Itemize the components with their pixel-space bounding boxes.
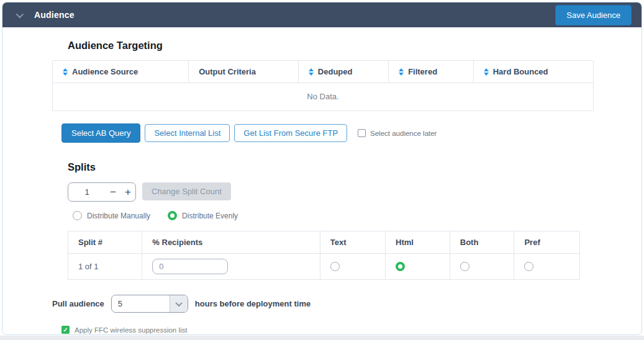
decrement-button[interactable]: − (106, 187, 120, 197)
panel-header: Audience Save Audience (2, 2, 642, 27)
split-number-cell: 1 of 1 (68, 254, 142, 279)
splits-table-header: Split # % Recipients Text Html Both Pref (68, 231, 579, 254)
audience-targeting-table: Audience Source Output Criteria Deduped … (52, 60, 594, 111)
split-count-row: 1 − + Change Split Count (68, 182, 592, 202)
next-section-edge (0, 336, 644, 340)
column-header-recipients: % Recipients (142, 231, 320, 253)
column-header-text: Text (320, 231, 386, 253)
pull-audience-label: Pull audience (52, 299, 104, 308)
split-count-stepper: 1 − + (68, 182, 136, 202)
column-header-output-criteria: Output Criteria (189, 61, 299, 83)
radio-label: Distribute Evenly (182, 212, 238, 220)
radio-icon[interactable] (73, 211, 82, 220)
splits-table-row: 1 of 1 (68, 254, 579, 279)
change-split-count-button[interactable]: Change Split Count (142, 182, 231, 200)
format-pref-cell (514, 254, 579, 279)
radio-icon-checked[interactable] (168, 211, 177, 220)
pull-audience-hours-select[interactable]: 5 (111, 295, 188, 313)
page: Audience Save Audience Audience Targetin… (0, 0, 644, 340)
select-audience-later-checkbox[interactable] (358, 129, 366, 137)
table-header-row: Audience Source Output Criteria Deduped … (53, 61, 593, 83)
pref-format-radio[interactable] (524, 262, 533, 271)
sort-icon[interactable] (309, 68, 314, 76)
format-html-cell (386, 254, 450, 279)
sort-icon[interactable] (484, 68, 489, 76)
column-header-split-number: Split # (68, 231, 142, 253)
select-caret-box[interactable] (170, 295, 188, 312)
format-text-cell (320, 254, 386, 279)
chevron-down-icon (175, 299, 182, 306)
selected-hours-value: 5 (112, 299, 170, 308)
increment-button[interactable]: + (120, 187, 135, 197)
distribute-evenly-option[interactable]: Distribute Evenly (168, 211, 238, 220)
column-header-both: Both (450, 231, 515, 253)
format-both-cell (450, 254, 515, 279)
splits-table: Split # % Recipients Text Html Both Pref… (68, 231, 580, 280)
html-format-radio-checked[interactable] (396, 262, 405, 271)
column-header-html: Html (386, 231, 450, 253)
column-label: Deduped (318, 67, 353, 76)
recipients-cell (142, 254, 320, 279)
audience-panel: Audience Save Audience Audience Targetin… (2, 2, 642, 335)
ffc-wireless-suppression-option: ✓ Apply FFC wireless suppression list (61, 326, 592, 334)
audience-actions-row: Select AB Query Select Internal List Get… (61, 123, 592, 143)
sort-icon[interactable] (399, 68, 404, 76)
panel-title: Audience (34, 10, 75, 20)
column-header-filtered[interactable]: Filtered (389, 61, 474, 83)
text-format-radio[interactable] (330, 262, 340, 271)
table-empty-message: No Data. (53, 83, 593, 110)
column-header-deduped[interactable]: Deduped (299, 61, 389, 83)
splits-heading: Splits (68, 161, 592, 173)
suppression-options: ✓ Apply FFC wireless suppression list ✓ … (61, 326, 592, 335)
column-label: Hard Bounced (493, 67, 548, 76)
split-count-value[interactable]: 1 (68, 187, 106, 197)
hours-before-deployment-label: hours before deployment time (195, 299, 311, 308)
column-header-hard-bounced[interactable]: Hard Bounced (474, 61, 593, 83)
ffc-suppression-checkbox-checked[interactable]: ✓ (61, 326, 70, 334)
column-label: Audience Source (72, 67, 138, 76)
get-list-secure-ftp-button[interactable]: Get List From Secure FTP (234, 124, 347, 142)
audience-targeting-heading: Audience Targeting (68, 40, 592, 51)
both-format-radio[interactable] (460, 262, 469, 271)
sort-icon[interactable] (63, 68, 68, 76)
distribute-manually-option[interactable]: Distribute Manually (73, 211, 150, 220)
select-internal-list-button[interactable]: Select Internal List (145, 124, 230, 142)
option-label: Apply FFC wireless suppression list (75, 326, 188, 334)
radio-label: Distribute Manually (87, 212, 150, 220)
recipients-percent-input[interactable] (152, 259, 228, 274)
distribution-radio-group: Distribute Manually Distribute Evenly (73, 211, 592, 220)
select-audience-later-label: Select audience later (370, 130, 437, 137)
pull-audience-row: Pull audience 5 hours before deployment … (52, 295, 592, 313)
panel-body: Audience Targeting Audience Source Outpu… (2, 27, 642, 335)
select-ab-query-button[interactable]: Select AB Query (61, 123, 140, 143)
save-audience-button[interactable]: Save Audience (555, 5, 632, 25)
column-header-audience-source[interactable]: Audience Source (53, 61, 189, 83)
column-label: Filtered (408, 67, 437, 76)
column-header-pref: Pref (514, 231, 579, 253)
collapse-chevron-icon[interactable] (16, 10, 24, 18)
column-label: Output Criteria (199, 67, 256, 76)
select-audience-later-option: Select audience later (358, 129, 437, 137)
